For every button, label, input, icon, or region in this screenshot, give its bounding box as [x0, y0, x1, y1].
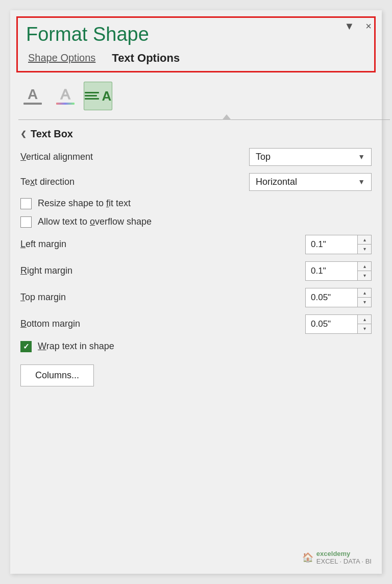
text-direction-row: Text direction Horizontal ▼: [20, 173, 372, 191]
vertical-alignment-select[interactable]: Top ▼: [249, 148, 372, 166]
panel-controls: ▼ ×: [344, 19, 373, 33]
text-fill-icon-button[interactable]: A: [18, 82, 47, 110]
resize-shape-row: Resize shape to fit text: [20, 198, 372, 209]
wrap-text-checkmark: ✓: [23, 342, 30, 351]
wrap-text-checkbox[interactable]: ✓: [20, 341, 32, 352]
text-layout-a-letter: A: [102, 89, 112, 103]
top-margin-value[interactable]: 0.05": [306, 290, 357, 305]
vertical-alignment-row: Vertical alignment Top ▼: [20, 148, 372, 166]
allow-overflow-row: Allow text to overflow shape: [20, 216, 372, 228]
right-margin-value[interactable]: 0.1": [306, 263, 357, 279]
top-margin-spinner-buttons: ▴ ▾: [357, 288, 371, 307]
wrap-text-row: ✓ Wrap text in shape: [20, 341, 372, 352]
top-margin-spinner: 0.05" ▴ ▾: [305, 288, 372, 307]
top-margin-up-button[interactable]: ▴: [358, 288, 371, 298]
vertical-alignment-value: Top: [256, 152, 271, 162]
tab-shape-options[interactable]: Shape Options: [26, 51, 97, 65]
resize-shape-checkbox[interactable]: [20, 198, 32, 209]
text-outline-letter: A: [61, 87, 70, 102]
text-direction-select[interactable]: Horizontal ▼: [249, 173, 372, 191]
close-button[interactable]: ×: [364, 19, 373, 33]
text-direction-label: Text direction: [20, 177, 75, 187]
text-fill-underline: [23, 103, 42, 105]
left-margin-spinner: 0.1" ▴ ▾: [305, 235, 372, 254]
text-box-section: ❮ Text Box Vertical alignment Top ▼ Text…: [10, 120, 382, 391]
allow-overflow-checkbox[interactable]: [20, 216, 32, 228]
left-margin-down-button[interactable]: ▾: [358, 245, 371, 254]
bottom-margin-up-button[interactable]: ▴: [358, 315, 371, 324]
bottom-margin-row: Bottom margin 0.05" ▴ ▾: [20, 314, 372, 334]
section-title: ❮ Text Box: [20, 128, 372, 140]
bottom-margin-value[interactable]: 0.05": [306, 317, 357, 332]
tab-text-options[interactable]: Text Options: [110, 51, 182, 66]
text-outline-icon-button[interactable]: A: [51, 82, 80, 110]
bottom-margin-spinner-buttons: ▴ ▾: [357, 315, 371, 333]
text-direction-arrow-icon: ▼: [358, 178, 365, 186]
bottom-margin-down-button[interactable]: ▾: [358, 324, 371, 333]
allow-overflow-label: Allow text to overflow shape: [38, 216, 152, 227]
brand-icon: 🏠: [302, 552, 313, 563]
brand-name: exceldemy: [316, 550, 372, 558]
wrap-text-label: Wrap text in shape: [38, 341, 114, 352]
columns-button[interactable]: Columns...: [20, 364, 94, 386]
brand-logo: 🏠 exceldemy EXCEL · DATA · BI: [302, 550, 372, 566]
right-margin-spinner: 0.1" ▴ ▾: [305, 261, 372, 281]
bottom-margin-label: Bottom margin: [20, 319, 80, 329]
top-margin-row: Top margin 0.05" ▴ ▾: [20, 288, 372, 307]
right-margin-down-button[interactable]: ▾: [358, 271, 371, 280]
section-title-label: Text Box: [31, 128, 73, 140]
text-direction-value: Horizontal: [256, 177, 297, 187]
resize-shape-label: Resize shape to fit text: [38, 198, 131, 209]
footer: 🏠 exceldemy EXCEL · DATA · BI: [302, 550, 372, 566]
tab-row: Shape Options Text Options: [26, 51, 366, 66]
left-margin-spinner-buttons: ▴ ▾: [357, 235, 371, 254]
left-margin-up-button[interactable]: ▴: [358, 235, 371, 245]
divider-arrow: [222, 114, 231, 120]
left-margin-label: Left margin: [20, 239, 66, 250]
right-margin-label: Right margin: [20, 265, 72, 276]
vertical-alignment-label: Vertical alignment: [20, 152, 93, 162]
text-layout-icon-button[interactable]: A: [84, 82, 112, 110]
bottom-margin-spinner: 0.05" ▴ ▾: [305, 314, 372, 334]
top-margin-label: Top margin: [20, 292, 66, 303]
text-outline-underline: [56, 103, 75, 105]
dropdown-button[interactable]: ▼: [344, 19, 356, 33]
left-margin-row: Left margin 0.1" ▴ ▾: [20, 235, 372, 254]
brand-subtitle: EXCEL · DATA · BI: [316, 557, 372, 566]
right-margin-row: Right margin 0.1" ▴ ▾: [20, 261, 372, 281]
section-chevron-icon[interactable]: ❮: [20, 130, 27, 138]
panel-title: Format Shape: [26, 24, 366, 45]
top-margin-down-button[interactable]: ▾: [358, 298, 371, 307]
text-layout-icon: A: [85, 89, 112, 103]
left-margin-value[interactable]: 0.1": [306, 237, 357, 252]
right-margin-up-button[interactable]: ▴: [358, 262, 371, 271]
vertical-alignment-arrow-icon: ▼: [358, 153, 365, 161]
panel-header: Format Shape Shape Options Text Options: [16, 16, 376, 72]
right-margin-spinner-buttons: ▴ ▾: [357, 262, 371, 280]
icon-row: A A A: [10, 72, 382, 110]
text-fill-letter: A: [28, 87, 38, 102]
format-shape-panel: Format Shape Shape Options Text Options …: [10, 10, 382, 574]
